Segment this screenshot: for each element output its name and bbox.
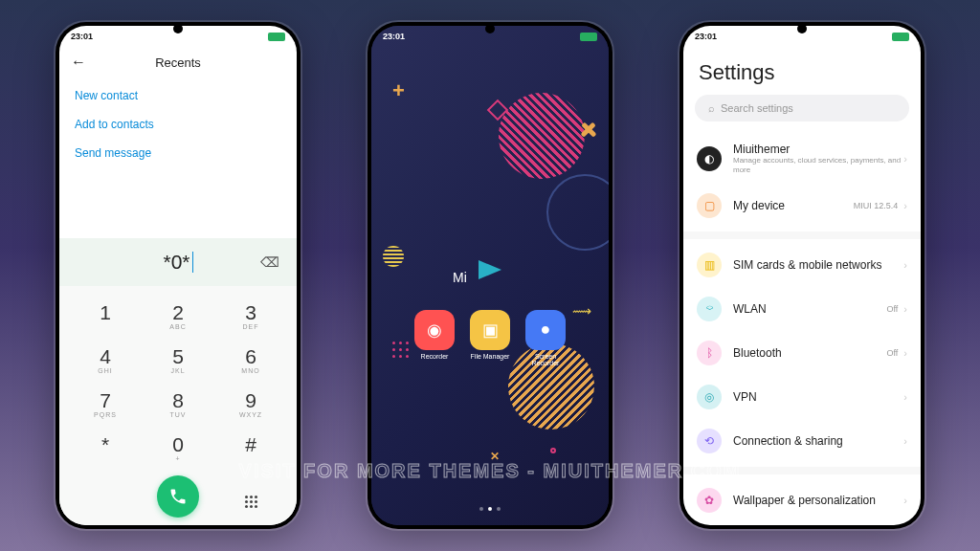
section-divider: [683, 467, 921, 474]
add-contacts-link[interactable]: Add to contacts: [75, 110, 281, 139]
keypad: 1 2ABC 3DEF 4GHI 5JKL 6MNO 7PQRS 8TUV 9W…: [59, 286, 297, 525]
battery-icon: [892, 33, 909, 41]
app-dock: ◉ Recorder ▣ File Manager ● Screen Recor…: [371, 310, 609, 367]
connection-item[interactable]: ⟲ Connection & sharing ›: [683, 419, 921, 463]
aod-item[interactable]: ◷ Always-on display & Lock: [683, 522, 921, 525]
chevron-icon: ›: [903, 391, 907, 403]
key-hash[interactable]: #: [214, 428, 287, 472]
phone-home: ++ ✕ ⟿ 23:01 Mi ◉ Recorder ▣ File Manage…: [368, 22, 612, 529]
chevron-icon: ›: [903, 435, 907, 447]
settings-list: ◐ Miuithemer Manage accounts, cloud serv…: [683, 133, 921, 525]
app-file-manager[interactable]: ▣ File Manager: [470, 310, 510, 367]
chevron-icon: ›: [903, 495, 907, 506]
keypad-toggle-icon[interactable]: [245, 496, 257, 508]
key-7[interactable]: 7PQRS: [69, 384, 142, 428]
notch: [485, 24, 495, 33]
sim-icon: ▥: [697, 253, 722, 277]
new-contact-link[interactable]: New contact: [75, 81, 281, 110]
bluetooth-icon: ᛒ: [697, 341, 722, 365]
chevron-icon: ›: [903, 347, 907, 359]
key-6[interactable]: 6MNO: [214, 340, 287, 384]
key-2[interactable]: 2ABC: [142, 296, 214, 340]
wifi-icon: ⌔: [697, 297, 722, 321]
file-manager-icon: ▣: [470, 310, 510, 350]
entered-number: *0*: [163, 251, 189, 274]
key-5[interactable]: 5JKL: [142, 340, 214, 384]
my-device-item[interactable]: ▢ My device MIUI 12.5.4 ›: [683, 184, 921, 228]
spacer: [59, 177, 297, 238]
notch: [797, 24, 807, 33]
recents-header: ← Recents: [59, 45, 297, 79]
vpn-item[interactable]: ◎ VPN ›: [683, 375, 921, 419]
sim-item[interactable]: ▥ SIM cards & mobile networks ›: [683, 243, 921, 287]
chevron-icon: ›: [903, 153, 907, 165]
wlan-item[interactable]: ⌔ WLAN Off ›: [683, 287, 921, 331]
back-button[interactable]: ←: [71, 54, 86, 71]
search-icon: ⌕: [708, 102, 715, 114]
notch: [173, 24, 183, 33]
status-time: 23:01: [695, 32, 717, 41]
section-divider: [683, 231, 921, 239]
chevron-icon: ›: [903, 200, 907, 211]
send-message-link[interactable]: Send message: [75, 139, 281, 167]
vpn-icon: ◎: [697, 385, 722, 409]
key-8[interactable]: 8TUV: [142, 384, 214, 428]
header-title: Recents: [155, 55, 201, 70]
battery-icon: [268, 33, 285, 41]
key-star[interactable]: *: [69, 428, 142, 472]
phone-dialer: 23:01 ← Recents New contact Add to conta…: [56, 22, 301, 529]
page-indicator: [371, 507, 609, 511]
page-title: Settings: [683, 45, 921, 95]
avatar: ◐: [697, 146, 722, 171]
key-4[interactable]: 4GHI: [69, 340, 142, 384]
share-icon: ⟲: [697, 429, 722, 453]
key-1[interactable]: 1: [69, 296, 142, 340]
number-display: *0* ⌫: [59, 238, 297, 286]
recorder-icon: ◉: [414, 310, 455, 350]
search-placeholder: Search settings: [721, 102, 793, 114]
call-button[interactable]: [157, 475, 199, 518]
bluetooth-item[interactable]: ᛒ Bluetooth Off ›: [683, 331, 921, 375]
wallpaper-icon: ✿: [697, 488, 722, 513]
app-recorder[interactable]: ◉ Recorder: [414, 310, 455, 367]
key-9[interactable]: 9WXYZ: [214, 384, 287, 428]
key-0[interactable]: 0+: [142, 428, 214, 472]
key-3[interactable]: 3DEF: [214, 296, 287, 340]
app-screen-recorder[interactable]: ● Screen Recorder: [525, 310, 566, 367]
status-time: 23:01: [383, 32, 405, 41]
contact-actions: New contact Add to contacts Send message: [59, 79, 297, 177]
wallpaper: ++ ✕ ⟿: [371, 26, 609, 525]
screen-recorder-icon: ●: [525, 310, 566, 350]
chevron-icon: ›: [903, 303, 907, 315]
wallpaper-item[interactable]: ✿ Wallpaper & personalization ›: [683, 478, 921, 522]
search-input[interactable]: ⌕ Search settings: [695, 95, 909, 121]
account-item[interactable]: ◐ Miuithemer Manage accounts, cloud serv…: [683, 133, 921, 184]
battery-icon: [580, 33, 597, 41]
phone-settings: 23:01 Settings ⌕ Search settings ◐ Miuit…: [679, 22, 924, 529]
widget-label: Mi: [453, 270, 467, 285]
status-time: 23:01: [71, 32, 93, 41]
backspace-button[interactable]: ⌫: [260, 254, 279, 270]
chevron-icon: ›: [903, 259, 907, 271]
device-icon: ▢: [697, 193, 722, 218]
